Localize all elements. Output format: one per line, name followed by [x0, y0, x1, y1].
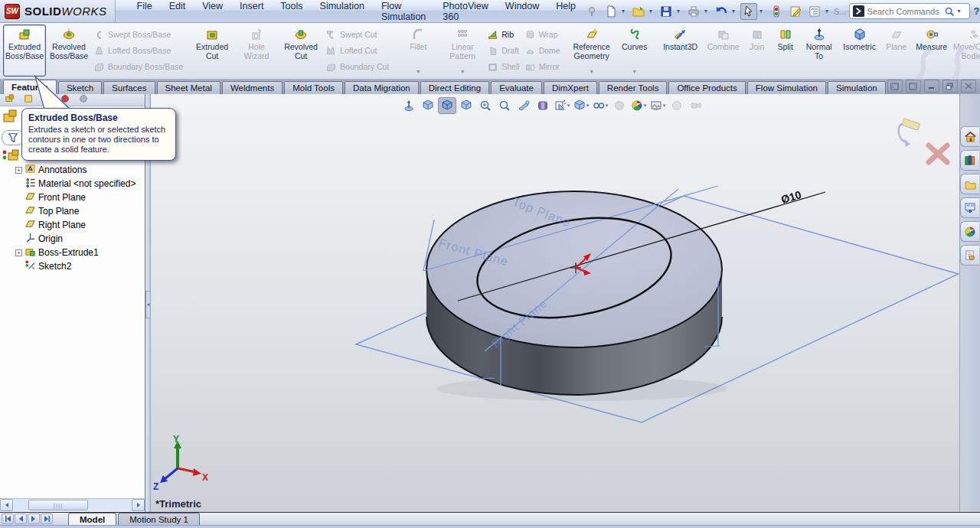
- menu-edit[interactable]: Edit: [162, 0, 194, 24]
- section-view-icon[interactable]: ▾: [553, 97, 571, 114]
- exit-sketch-icon[interactable]: [899, 119, 920, 147]
- file-properties-icon[interactable]: [787, 3, 804, 20]
- tab-features[interactable]: Features: [3, 80, 57, 94]
- expand-box[interactable]: +: [15, 167, 22, 174]
- feature-manager-tab-icon[interactable]: [5, 94, 15, 106]
- custom-properties-icon[interactable]: [960, 245, 979, 266]
- view-settings-icon[interactable]: [668, 97, 686, 114]
- swept-cut-button[interactable]: Swept Cut: [325, 28, 389, 41]
- wrap-button[interactable]: Wrap: [524, 28, 560, 41]
- new-document-icon[interactable]: [603, 3, 619, 20]
- magnifier-icon[interactable]: [944, 6, 955, 17]
- tree-item-origin[interactable]: Origin: [11, 232, 145, 246]
- linear-pattern-dropdown-caret[interactable]: ▾: [461, 68, 464, 75]
- design-library-icon[interactable]: [960, 150, 979, 171]
- menu-tools[interactable]: Tools: [273, 0, 310, 24]
- configuration-manager-tab-icon[interactable]: [41, 94, 52, 106]
- normal-to-view-icon[interactable]: [400, 97, 418, 114]
- extruded-boss-base-button[interactable]: Extruded Boss/Base: [3, 24, 46, 77]
- zoom-to-area-icon[interactable]: [457, 97, 475, 114]
- tab-evaluate[interactable]: Evaluate: [491, 81, 542, 94]
- combine-button[interactable]: Combine: [704, 24, 743, 77]
- lofted-boss-base-button[interactable]: Lofted Boss/Base: [93, 44, 183, 57]
- search-input[interactable]: [867, 7, 941, 16]
- apply-scene-icon[interactable]: ▾: [648, 97, 667, 114]
- menu-simulation[interactable]: Simulation: [312, 0, 372, 24]
- undo-icon[interactable]: [713, 3, 730, 20]
- boundary-cut-button[interactable]: Boundary Cut: [325, 60, 389, 73]
- undo-dropdown-caret[interactable]: ▾: [732, 8, 738, 15]
- toolbar-overflow-label[interactable]: S...: [834, 7, 847, 16]
- edit-appearance-icon[interactable]: ▾: [629, 97, 648, 114]
- tab-flow-simulation[interactable]: Flow Simulation: [747, 81, 826, 94]
- mirror-button[interactable]: Mirror: [524, 60, 560, 73]
- tab-dimxpert[interactable]: DimXpert: [544, 81, 597, 94]
- help-icon[interactable]: ?: [972, 5, 980, 17]
- new-dropdown-caret[interactable]: ▾: [622, 8, 628, 15]
- reference-geometry-button[interactable]: Reference Geometry ▾: [568, 24, 616, 77]
- tree-item-front-plane[interactable]: Front Plane: [11, 191, 145, 204]
- hole-wizard-button[interactable]: Hole Wizard: [235, 24, 278, 77]
- revolved-cut-button[interactable]: Revolved Cut: [279, 24, 322, 77]
- tree-item-material[interactable]: Material <not specified>: [11, 177, 145, 191]
- previous-study-icon[interactable]: [15, 513, 27, 524]
- tab-weldments[interactable]: Weldments: [222, 81, 283, 94]
- display-style-icon[interactable]: ▾: [591, 97, 609, 114]
- open-dropdown-caret[interactable]: ▾: [649, 8, 655, 15]
- curves-button[interactable]: Curves ▾: [617, 24, 652, 77]
- zoom-to-fit-icon[interactable]: [438, 97, 456, 114]
- first-study-icon[interactable]: [2, 513, 14, 524]
- save-dropdown-caret[interactable]: ▾: [677, 8, 683, 15]
- curves-dropdown-caret[interactable]: ▾: [633, 68, 636, 75]
- rib-button[interactable]: Rib: [487, 28, 519, 41]
- join-button[interactable]: Join: [744, 24, 770, 77]
- tab-surfaces[interactable]: Surfaces: [103, 81, 155, 94]
- menu-insert[interactable]: Insert: [232, 0, 271, 24]
- save-icon[interactable]: [658, 3, 675, 20]
- tab-direct-editing[interactable]: Direct Editing: [420, 81, 489, 94]
- print-icon[interactable]: [685, 3, 702, 20]
- scroll-thumb[interactable]: ||||: [28, 500, 88, 510]
- rebuild-traffic-light-icon[interactable]: [768, 3, 785, 20]
- menu-view[interactable]: View: [194, 0, 230, 24]
- tab-render-tools[interactable]: Render Tools: [599, 81, 668, 94]
- shadows-icon[interactable]: [610, 97, 629, 114]
- menu-window[interactable]: Window: [498, 0, 547, 24]
- scroll-right-icon[interactable]: [132, 499, 145, 511]
- shell-button[interactable]: Shell: [487, 60, 519, 73]
- motion-study-1-tab[interactable]: Motion Study 1: [118, 513, 200, 525]
- viewport-3d[interactable]: Ø10 Top Plane Front Plane Right Plane Y …: [151, 94, 959, 512]
- magnified-selection-icon[interactable]: [495, 97, 514, 114]
- file-explorer-icon[interactable]: [960, 174, 979, 194]
- extruded-cut-button[interactable]: Extruded Cut: [191, 24, 234, 77]
- view-orientation-icon[interactable]: ▾: [572, 97, 590, 114]
- menu-help[interactable]: Help: [548, 0, 583, 24]
- doc-minimize-button[interactable]: [924, 80, 939, 93]
- dome-button[interactable]: Dome: [524, 44, 560, 57]
- view-palette-icon[interactable]: [960, 197, 979, 218]
- menu-photoview-360[interactable]: PhotoView 360: [435, 0, 496, 24]
- tree-horizontal-scrollbar[interactable]: ||||: [0, 498, 145, 511]
- solidworks-resources-icon[interactable]: [960, 126, 979, 147]
- dimxpert-manager-tab-icon[interactable]: [60, 94, 70, 106]
- boundary-boss-base-button[interactable]: Boundary Boss/Base: [93, 60, 183, 73]
- camera-icon[interactable]: [687, 97, 705, 114]
- tree-item-annotations[interactable]: + Annotations: [11, 163, 145, 177]
- view-previous-icon[interactable]: [419, 97, 437, 114]
- tree-item-right-plane[interactable]: Right Plane: [11, 218, 145, 232]
- pane-right-icon[interactable]: [906, 80, 921, 93]
- print-dropdown-caret[interactable]: ▾: [704, 8, 710, 15]
- doc-close-button[interactable]: [961, 80, 976, 93]
- model-tab[interactable]: Model: [68, 513, 116, 525]
- search-dropdown-caret[interactable]: ▾: [958, 8, 964, 15]
- zoom-in-out-icon[interactable]: [476, 97, 495, 114]
- reference-geometry-dropdown-caret[interactable]: ▾: [590, 68, 593, 75]
- fillet-dropdown-caret[interactable]: ▾: [416, 68, 420, 75]
- revolved-boss-base-button[interactable]: Revolved Boss/Base: [47, 24, 90, 77]
- rotate-view-icon[interactable]: [514, 97, 533, 114]
- tab-office-products[interactable]: Office Products: [668, 81, 745, 94]
- expand-box[interactable]: +: [15, 249, 22, 256]
- doc-restore-button[interactable]: [942, 80, 958, 93]
- split-button[interactable]: Split: [772, 24, 799, 77]
- property-manager-tab-icon[interactable]: [23, 94, 34, 106]
